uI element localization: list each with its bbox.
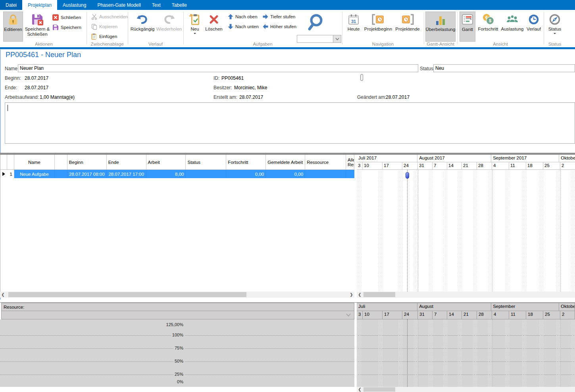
loeschen-label: Löschen [205, 27, 222, 32]
scroll-left-arrow[interactable]: ❮ [357, 386, 363, 392]
gantt-week: 31 [418, 162, 433, 169]
cell-ressource[interactable] [305, 170, 346, 178]
status-button[interactable]: Status [545, 12, 564, 42]
chevron-down-icon[interactable] [346, 313, 351, 317]
column-header-alle-ressourcen[interactable]: Alle Ressourcen [346, 155, 354, 169]
weekend-band [357, 319, 361, 387]
yaxis-label-25: 25% [173, 372, 185, 377]
verlauf-view-button[interactable]: Verlauf [525, 12, 543, 42]
lock-icon [8, 13, 18, 27]
resource-week: 2 [560, 311, 575, 319]
group-label-verlauf: Verlauf [128, 42, 183, 47]
resource-hscrollbar[interactable]: ❮ [357, 387, 575, 392]
status-dropdown-caret [554, 33, 556, 35]
cell-arbeit[interactable]: 8,00 [146, 170, 186, 178]
task-row-selected[interactable]: 1 Neue Aufgabe 28.07.2017 08:00 28.07.20… [0, 170, 354, 178]
cell-alle-ressourcen[interactable] [346, 170, 354, 178]
gantt-view-button[interactable]: Gantt [460, 12, 475, 42]
gantt-hscrollbar-thumb[interactable] [363, 292, 395, 297]
scroll-left-arrow[interactable]: ❮ [357, 292, 363, 298]
cell-blank[interactable] [55, 170, 67, 178]
status-input[interactable] [433, 64, 575, 72]
ausschneiden-button[interactable]: Ausschneiden [91, 12, 128, 21]
task-milestone-bar[interactable] [406, 172, 409, 179]
neu-button[interactable]: Neu [187, 12, 203, 42]
column-header-status[interactable]: Status [186, 155, 226, 169]
nach-unten-button[interactable]: Nach unten [228, 24, 259, 29]
rueckgaengig-label: Rückgängig [131, 27, 155, 32]
resource-month: Juli [357, 303, 417, 311]
wiederholen-button[interactable]: Wiederholen [156, 12, 183, 42]
resource-week: 4 [492, 311, 509, 319]
description-textarea[interactable] [5, 102, 575, 144]
month-boundary-line [560, 319, 561, 387]
cell-name[interactable]: Neue Aufgabe [14, 170, 55, 178]
column-header-arbeit[interactable]: Arbeit [146, 155, 186, 169]
tab-phasen-gate-modell[interactable]: Phasen-Gate Modell [92, 0, 146, 10]
schliessen-button[interactable]: Schließen [52, 13, 81, 22]
pane-splitter[interactable] [354, 303, 357, 387]
gantt-week-row: 3 10 17 24 31 7 14 21 28 4 11 18 25 2 [357, 162, 575, 170]
cell-ende[interactable]: 28.07.2017 17:00 [107, 170, 146, 178]
hoeher-stufen-button[interactable]: Höher stufen [263, 24, 296, 29]
column-header-indicator [0, 155, 7, 169]
column-header-beginn[interactable]: Beginn [67, 155, 107, 169]
resource-filter-row [1, 311, 354, 319]
auslastung-button[interactable]: Auslastung [501, 12, 524, 42]
gantt-week: 11 [509, 162, 526, 169]
speichern-button[interactable]: Speichern [52, 23, 81, 32]
gantt-week: 14 [447, 162, 462, 169]
ende-label: Ende: [5, 85, 17, 90]
kopieren-button[interactable]: Kopieren [91, 22, 117, 31]
weekend-band [473, 319, 477, 387]
fortschritt-button[interactable]: €$ Fortschritt [476, 12, 500, 42]
tab-projektplan[interactable]: Projektplan [22, 0, 57, 10]
column-header-ende[interactable]: Ende [107, 155, 146, 169]
projektende-button[interactable]: Projektende [394, 12, 421, 42]
einfuegen-button[interactable]: Einfügen [91, 32, 117, 41]
tab-tabelle[interactable]: Tabelle [166, 0, 192, 10]
editieren-button[interactable]: Editieren [3, 12, 23, 42]
rueckgaengig-button[interactable]: Rückgängig [130, 12, 155, 42]
search-icon[interactable] [308, 13, 327, 33]
name-input[interactable] [18, 64, 418, 72]
grid-hscrollbar[interactable]: ❮ ❯ [0, 292, 354, 298]
tiefer-stufen-button[interactable]: Tiefer stufen [263, 14, 296, 19]
column-header-fortschritt[interactable]: Fortschritt [226, 155, 266, 169]
tab-text[interactable]: Text [146, 0, 166, 10]
ueberbelastung-button[interactable]: Überbelastung [425, 12, 456, 42]
gantt-hscrollbar[interactable]: ❮ [357, 292, 575, 298]
scroll-left-arrow[interactable]: ❮ [0, 292, 6, 298]
grid-hscrollbar-thumb[interactable] [8, 292, 246, 297]
weekend-band [428, 319, 433, 387]
nach-oben-button[interactable]: Nach oben [228, 14, 258, 19]
erstellt-am-label: Erstellt am: [213, 94, 237, 100]
column-header-blank[interactable] [55, 155, 67, 169]
tab-auslastung[interactable]: Auslastung [57, 0, 92, 10]
weekend-band [378, 170, 383, 292]
paperclip-icon[interactable] [359, 74, 364, 82]
cell-fortschritt[interactable]: 0,00 [226, 170, 266, 178]
heute-button[interactable]: 31 Heute [344, 12, 363, 42]
status-button-label: Status [548, 27, 562, 32]
speichern-schliessen-button[interactable]: Speichern & Schließen [24, 12, 50, 42]
column-header-name[interactable]: Name [14, 155, 55, 169]
loeschen-button[interactable]: Löschen [204, 12, 224, 42]
undo-icon [136, 12, 149, 27]
arbeitsaufwand-label: Arbeitsaufwand: [5, 94, 39, 100]
group-label-aktionen: Aktionen [1, 42, 87, 47]
svg-text:$: $ [489, 18, 491, 23]
tab-datei[interactable]: Datei [0, 0, 22, 10]
resource-week: 10 [363, 311, 383, 319]
task-grid-header: Name Beginn Ende Arbeit Status Fortschri… [0, 155, 354, 170]
scroll-right-arrow[interactable]: ❯ [348, 292, 354, 298]
projektbeginn-button[interactable]: Projektbeginn [363, 12, 393, 42]
cell-beginn[interactable]: 28.07.2017 08:00 [67, 170, 107, 178]
column-header-ressource[interactable]: Ressource [305, 155, 346, 169]
cell-status[interactable] [186, 170, 226, 178]
column-header-gemeldete-arbeit[interactable]: Gemeldete Arbeit [266, 155, 305, 169]
cell-gemeldete-arbeit[interactable]: 0,00 [266, 170, 305, 178]
resource-hscrollbar-thumb[interactable] [363, 387, 395, 392]
pane-splitter[interactable] [354, 155, 357, 292]
progress-coins-icon: €$ [482, 12, 494, 27]
